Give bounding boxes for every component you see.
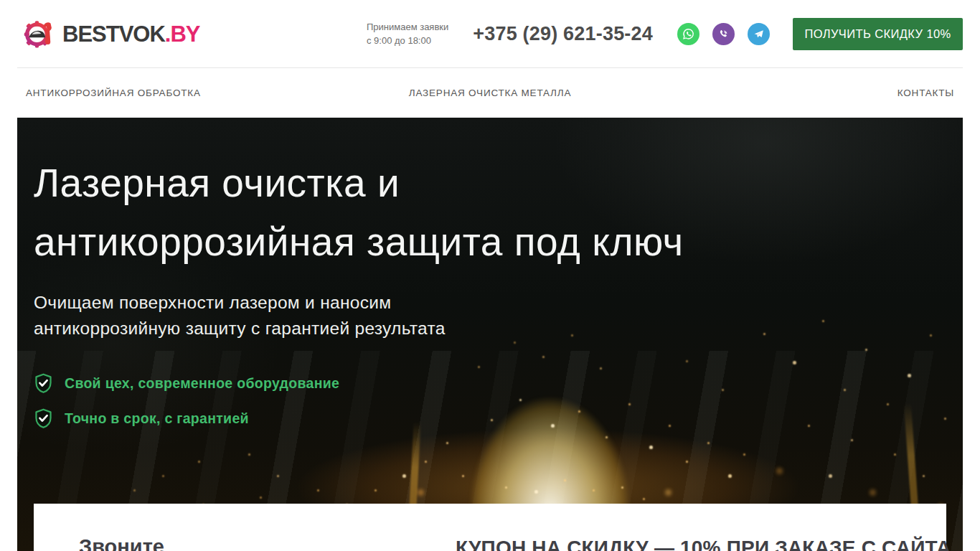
hero-features: Свой цех, современное оборудование Точно… (34, 373, 339, 429)
logo-brand: BESTVOK (62, 22, 165, 47)
get-discount-button[interactable]: ПОЛУЧИТЬ СКИДКУ 10% (793, 18, 963, 50)
telegram-icon[interactable] (748, 23, 770, 45)
whatsapp-icon[interactable] (677, 23, 699, 45)
call-heading: Звоните (79, 535, 164, 551)
nav-item-laser-cleaning[interactable]: ЛАЗЕРНАЯ ОЧИСТКА МЕТАЛЛА (409, 88, 571, 98)
feature-item: Точно в срок, с гарантией (34, 408, 339, 429)
working-hours-line1: Принимаем заявки (367, 20, 448, 34)
hero-subtitle: Очищаем поверхности лазером и наносим ан… (34, 290, 446, 342)
feature-label: Свой цех, современное оборудование (65, 375, 339, 392)
social-links (677, 23, 770, 45)
hero-title-line1: Лазерная очистка и (34, 154, 684, 212)
coupon-card: Звоните КУПОН НА СКИДКУ — 10% ПРИ ЗАКАЗЕ… (34, 504, 946, 551)
working-hours: Принимаем заявки с 9:00 до 18:00 (367, 20, 448, 48)
nav-item-anticorrosion[interactable]: АНТИКОРРОЗИЙНАЯ ОБРАБОТКА (26, 88, 201, 98)
main-nav: АНТИКОРРОЗИЙНАЯ ОБРАБОТКА ЛАЗЕРНАЯ ОЧИСТ… (17, 68, 963, 118)
viber-icon[interactable] (712, 23, 735, 45)
hero-subtitle-line1: Очищаем поверхности лазером и наносим (34, 290, 446, 316)
working-hours-line2: с 9:00 до 18:00 (367, 34, 448, 48)
feature-label: Точно в срок, с гарантией (65, 410, 249, 427)
nav-item-contacts[interactable]: КОНТАКТЫ (897, 88, 954, 98)
feature-item: Свой цех, современное оборудование (34, 373, 339, 394)
phone-link[interactable]: +375 (29) 621-35-24 (473, 23, 653, 45)
shield-check-icon (34, 408, 53, 429)
logo-text: BESTVOK.BY (62, 23, 200, 45)
shield-check-icon (34, 373, 53, 394)
sparks-decor (17, 118, 19, 120)
header: BESTVOK.BY Принимаем заявки с 9:00 до 18… (17, 0, 963, 68)
hero-section: Лазерная очистка и антикоррозийная защит… (17, 118, 963, 551)
logo[interactable]: BESTVOK.BY (23, 17, 200, 50)
logo-tld: .BY (165, 22, 200, 47)
coupon-heading: КУПОН НА СКИДКУ — 10% ПРИ ЗАКАЗЕ С САЙТА (456, 537, 951, 551)
hero-title: Лазерная очистка и антикоррозийная защит… (34, 154, 684, 271)
logo-gear-car-wrench-icon (23, 17, 56, 50)
hero-subtitle-line2: антикоррозийную защиту с гарантией резул… (34, 316, 446, 342)
sparks-glow-decor (17, 118, 21, 121)
hero-title-line2: антикоррозийная защита под ключ (34, 212, 684, 271)
